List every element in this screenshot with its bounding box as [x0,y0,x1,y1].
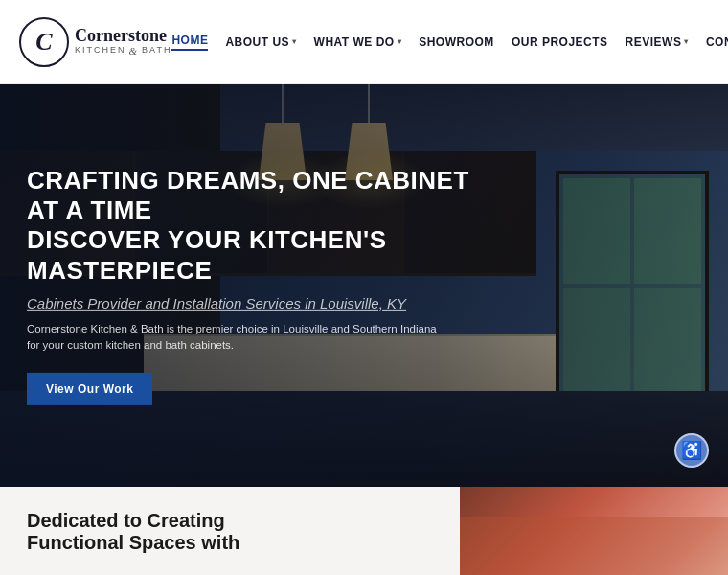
chevron-down-icon: ▾ [398,37,402,46]
below-hero-title-line1: Dedicated to Creating [27,509,433,532]
nav-what-we-do[interactable]: WHAT WE DO ▾ [314,35,402,49]
hero-cta-button[interactable]: View Our Work [27,373,152,405]
hero-headline-line1: CRAFTING DREAMS, ONE CABINET AT A TIME [27,166,469,224]
nav-contact[interactable]: CONTACT US [706,35,728,49]
logo-icon: C [19,17,69,67]
hero-description: Cornerstone Kitchen & Bath is the premie… [27,321,439,355]
hero-section: CRAFTING DREAMS, ONE CABINET AT A TIME D… [0,84,728,487]
hero-content: CRAFTING DREAMS, ONE CABINET AT A TIME D… [27,166,506,405]
accessibility-button[interactable]: ♿ [674,433,709,468]
accessibility-icon: ♿ [681,440,702,461]
nav-showroom[interactable]: SHOWROOM [419,35,494,49]
image-bottom [460,518,728,575]
logo[interactable]: C Cornerstone KITCHEN & BATH [19,17,171,67]
logo-tagline: KITCHEN & BATH [75,45,171,57]
nav-about[interactable]: ABOUT US ▾ [225,35,296,49]
logo-bath: BATH [142,46,171,56]
logo-text: Cornerstone KITCHEN & BATH [75,27,171,58]
logo-brand-name: Cornerstone [75,27,171,46]
chevron-down-icon: ▾ [684,37,689,46]
main-nav: HOME ABOUT US ▾ WHAT WE DO ▾ SHOWROOM OU… [171,34,728,51]
chevron-down-icon: ▾ [292,37,297,46]
hero-subtitle: Cabinets Provider and Installation Servi… [27,295,506,311]
nav-reviews[interactable]: REVIEWS ▾ [626,35,689,49]
hero-headline-line2: DISCOVER YOUR KITCHEN'S MASTERPIECE [27,225,386,284]
site-header: C Cornerstone KITCHEN & BATH HOME ABOUT … [0,0,728,84]
below-hero-text: Dedicated to Creating Functional Spaces … [0,487,460,575]
logo-ampersand: & [129,45,140,57]
nav-our-projects[interactable]: OUR PROJECTS [512,35,608,49]
hero-headline: CRAFTING DREAMS, ONE CABINET AT A TIME D… [27,166,506,286]
logo-kitchen: KITCHEN [75,46,126,56]
below-hero-image [460,487,728,575]
below-hero-title-line2: Functional Spaces with [27,532,433,554]
below-hero-section: Dedicated to Creating Functional Spaces … [0,487,728,575]
nav-home[interactable]: HOME [171,34,208,51]
